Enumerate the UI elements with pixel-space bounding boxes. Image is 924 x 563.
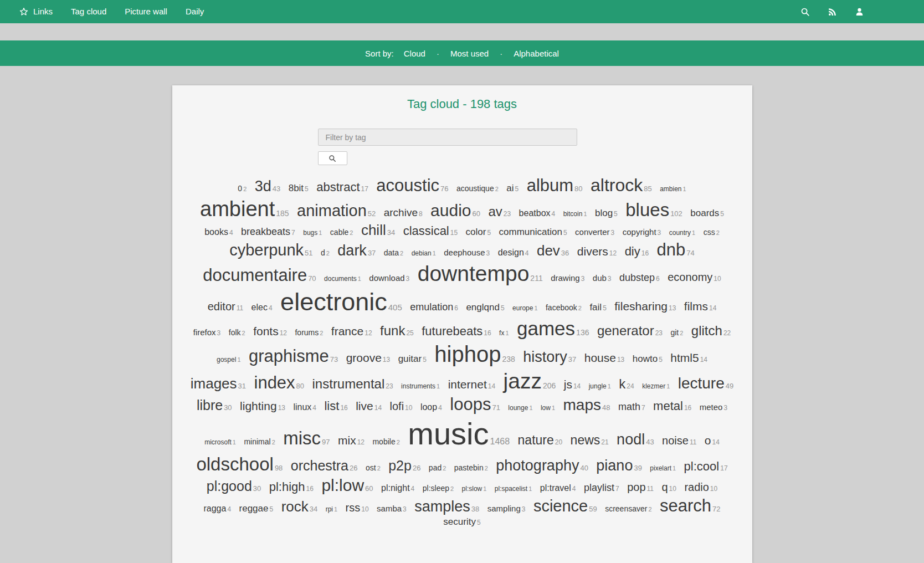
tag-item[interactable]: ost2	[366, 463, 381, 472]
tag-link[interactable]: forums	[295, 328, 319, 337]
tag-link[interactable]: o	[705, 434, 711, 447]
tag-link[interactable]: country	[669, 229, 691, 237]
tag-item[interactable]: gospel1	[217, 354, 241, 364]
tag-item[interactable]: microsoft1	[204, 437, 236, 446]
tag-link[interactable]: rock	[281, 498, 309, 515]
tag-link[interactable]: graphisme	[249, 346, 329, 366]
tag-item[interactable]: 8bit5	[289, 183, 309, 193]
tag-item[interactable]: animation52	[297, 208, 376, 218]
tag-item[interactable]: album80	[527, 183, 583, 193]
tag-link[interactable]: history	[523, 349, 567, 365]
tag-link[interactable]: av	[488, 204, 502, 219]
tag-item[interactable]: security5	[443, 517, 480, 526]
tag-item[interactable]: dub3	[593, 273, 612, 283]
tag-item[interactable]: sampling3	[487, 504, 526, 513]
tag-item[interactable]: 3d43	[255, 183, 281, 193]
tag-item[interactable]: filesharing13	[614, 303, 676, 312]
tag-link[interactable]: fx	[499, 329, 504, 337]
tag-link[interactable]: design	[498, 248, 524, 257]
tag-link[interactable]: pl:high	[269, 480, 305, 494]
tag-link[interactable]: data	[384, 248, 399, 257]
tag-link[interactable]: samba	[377, 504, 402, 513]
tag-link[interactable]: rpi	[326, 505, 333, 513]
tag-link[interactable]: pl:night	[381, 483, 410, 493]
tag-item[interactable]: bitcoin1	[563, 208, 587, 218]
tag-link[interactable]: documentaire	[203, 265, 307, 285]
tag-item[interactable]: bugs1	[303, 227, 322, 237]
tag-link[interactable]: ambient	[200, 197, 275, 221]
tag-link[interactable]: emulation	[410, 301, 453, 313]
tag-item[interactable]: screensaver2	[605, 504, 651, 513]
tag-link[interactable]: js	[564, 378, 572, 391]
tag-link[interactable]: dnb	[657, 240, 686, 259]
tag-item[interactable]: mobile2	[372, 437, 399, 446]
tag-link[interactable]: games	[517, 318, 575, 339]
tag-item[interactable]: pl:slow1	[462, 483, 487, 493]
tag-item[interactable]: download3	[369, 273, 409, 283]
tag-item[interactable]: rpi1	[326, 504, 337, 513]
tag-item[interactable]: pl:low60	[321, 483, 373, 493]
tag-item[interactable]: pl:cool17	[684, 463, 728, 472]
tag-link[interactable]: audio	[430, 201, 471, 219]
tag-item[interactable]: git2	[670, 327, 683, 337]
tag-item[interactable]: news21	[571, 437, 609, 446]
tag-item[interactable]: guitar5	[398, 354, 427, 364]
tag-item[interactable]: ai5	[506, 183, 519, 193]
tag-item[interactable]: linux4	[293, 402, 316, 412]
tag-link[interactable]: europe	[512, 304, 533, 312]
tag-link[interactable]: lounge	[508, 404, 528, 412]
tag-item[interactable]: audio60	[430, 208, 480, 218]
tag-item[interactable]: altrock85	[591, 183, 652, 193]
tag-item[interactable]: breakbeats7	[241, 227, 295, 237]
tag-item[interactable]: facebook2	[546, 303, 582, 312]
tag-item[interactable]: k24	[619, 381, 634, 390]
tag-item[interactable]: europe1	[512, 303, 538, 312]
tag-link[interactable]: math	[618, 401, 640, 412]
tag-item[interactable]: drawing3	[551, 273, 584, 283]
tag-item[interactable]: math7	[618, 402, 645, 412]
tag-item[interactable]: cyberpunk51	[229, 248, 312, 257]
tag-link[interactable]: jungle	[589, 382, 607, 390]
tag-item[interactable]: funk25	[380, 327, 414, 337]
tag-item[interactable]: acoustic76	[376, 183, 448, 193]
tag-item[interactable]: css2	[704, 227, 720, 237]
tag-item[interactable]: html514	[670, 354, 707, 364]
tag-item[interactable]: pastebin2	[454, 463, 488, 472]
tag-link[interactable]: downtempo	[418, 262, 530, 285]
tag-link[interactable]: documents	[324, 275, 357, 283]
search-icon[interactable]	[800, 7, 810, 17]
tag-link[interactable]: lofi	[390, 400, 404, 412]
tag-item[interactable]: 02	[238, 183, 247, 193]
tag-item[interactable]: documentaire70	[203, 273, 316, 283]
tag-link[interactable]: download	[369, 273, 404, 283]
tag-item[interactable]: dark37	[337, 248, 376, 257]
tag-link[interactable]: images	[191, 375, 237, 392]
tag-item[interactable]: films14	[684, 303, 717, 312]
tag-item[interactable]: electronic405	[280, 303, 402, 312]
tag-link[interactable]: bitcoin	[563, 210, 583, 218]
tag-item[interactable]: futurebeats16	[422, 327, 491, 337]
tag-item[interactable]: history37	[523, 354, 576, 364]
tag-item[interactable]: misc97	[283, 437, 330, 446]
tag-link[interactable]: books	[204, 227, 228, 237]
tag-item[interactable]: copyright3	[623, 227, 661, 237]
tag-link[interactable]: d	[321, 248, 325, 257]
tag-link[interactable]: dub	[593, 273, 607, 283]
tag-item[interactable]: meteo3	[700, 402, 727, 412]
tag-item[interactable]: loops71	[450, 402, 500, 412]
tag-link[interactable]: pixelart	[650, 464, 671, 472]
tag-link[interactable]: ragga	[203, 504, 226, 513]
tag-item[interactable]: lighting13	[240, 402, 285, 412]
tag-item[interactable]: samba3	[377, 504, 407, 513]
tag-link[interactable]: live	[356, 400, 373, 412]
tag-item[interactable]: fonts12	[253, 327, 287, 337]
tag-item[interactable]: music1468	[408, 437, 510, 446]
tag-link[interactable]: electronic	[280, 288, 387, 316]
tag-item[interactable]: emulation6	[410, 303, 458, 312]
tag-filter-input[interactable]	[318, 129, 577, 146]
tag-link[interactable]: diy	[625, 244, 640, 258]
tag-link[interactable]: noise	[662, 434, 689, 447]
tag-item[interactable]: color5	[466, 227, 491, 237]
tag-link[interactable]: 0	[238, 184, 242, 193]
tag-item[interactable]: piano39	[596, 463, 642, 472]
